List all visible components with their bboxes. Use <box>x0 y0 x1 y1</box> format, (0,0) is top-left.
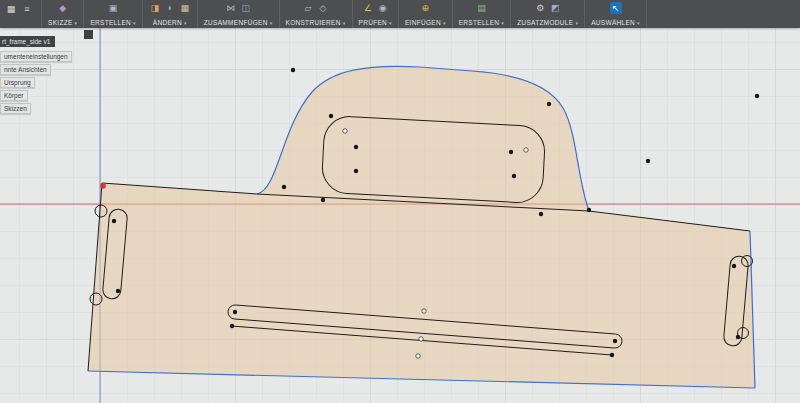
toolbar-group-2-andern: ◨◗▦ÄNDERN▾ <box>143 0 198 28</box>
joint-icon[interactable]: ◫ <box>240 2 252 14</box>
file-menu-icon[interactable]: ≡ <box>21 3 33 15</box>
chevron-down-icon: ▾ <box>184 20 187 26</box>
sketch-point[interactable] <box>291 68 295 72</box>
chevron-down-icon: ▾ <box>343 20 346 26</box>
origin-point[interactable] <box>100 183 106 189</box>
browser-items: umenteneinstellungennnte AnsichtenUrspru… <box>0 51 130 114</box>
chevron-down-icon: ▾ <box>270 20 273 26</box>
sketch-point[interactable] <box>613 339 617 343</box>
browser-item[interactable]: umenteneinstellungen <box>0 51 72 62</box>
panel-toggle-icon[interactable] <box>84 30 93 39</box>
sketch-point[interactable] <box>321 198 325 202</box>
toolbar-group-3-zusammenfugen: ⋈◫ZUSAMMENFÜGEN▾ <box>198 0 280 28</box>
pattern-icon[interactable]: ▦ <box>179 2 191 14</box>
insert-icon[interactable]: ⊕ <box>419 2 431 14</box>
sketch-point[interactable] <box>587 208 591 212</box>
sketch-point[interactable] <box>116 289 120 293</box>
chevron-down-icon: ▾ <box>637 20 640 26</box>
browser-item[interactable]: Ursprung <box>0 77 35 88</box>
toolbar-group-5-prufen: ∠◉PRÜFEN▾ <box>353 0 399 28</box>
create-sketch-icon[interactable]: ◆ <box>57 2 69 14</box>
scripts-addins-icon[interactable]: ⚙ <box>534 2 546 14</box>
toolbar-tab-zusatzmodule[interactable]: ZUSATZMODULE▾ <box>517 19 578 26</box>
toolbar-group-4-konstruieren: ▱◇KONSTRUIEREN▾ <box>280 0 353 28</box>
toolbar-tab-zusammenfugen[interactable]: ZUSAMMENFÜGEN▾ <box>204 19 273 26</box>
toolbar-tab-erstellen[interactable]: ERSTELLEN▾ <box>90 19 135 26</box>
toolbar-tab-konstruieren[interactable]: KONSTRUIEREN▾ <box>286 19 346 26</box>
toolbar-tab-erstellen[interactable]: ERSTELLEN▾ <box>459 19 504 26</box>
select-cursor-icon[interactable]: ↖ <box>610 2 622 14</box>
chevron-down-icon: ▾ <box>575 20 578 26</box>
sketch-point[interactable] <box>610 353 614 357</box>
document-tab[interactable]: rt_frame_side v1 <box>0 36 55 47</box>
chevron-down-icon: ▾ <box>389 20 392 26</box>
fillet-icon[interactable]: ◗ <box>164 2 176 14</box>
toolbar-groups: ◆SKIZZE▾▣ERSTELLEN▾◨◗▦ÄNDERN▾⋈◫ZUSAMMENF… <box>42 0 647 28</box>
sketch-point-open[interactable] <box>343 129 347 133</box>
sketch-point[interactable] <box>736 335 740 339</box>
data-panel-icon[interactable]: ▦ <box>5 3 17 15</box>
sketch-point[interactable] <box>233 310 237 314</box>
chevron-down-icon: ▾ <box>443 20 446 26</box>
toolbar-tab-andern[interactable]: ÄNDERN▾ <box>153 19 187 26</box>
browser-panel: rt_frame_side v1 umenteneinstellungennnt… <box>0 30 130 114</box>
combine-icon[interactable]: ⋈ <box>225 2 237 14</box>
sketch-point[interactable] <box>755 94 759 98</box>
toolbar-group-8-zusatzmodule: ⚙◩ZUSATZMODULE▾ <box>511 0 585 28</box>
sketch-point[interactable] <box>547 102 551 106</box>
toolbar-tab-prufen[interactable]: PRÜFEN▾ <box>359 19 392 26</box>
section-analysis-icon[interactable]: ◉ <box>377 2 389 14</box>
addin-icon[interactable]: ◩ <box>549 2 561 14</box>
browser-item[interactable]: Skizzen <box>0 103 31 114</box>
browser-item[interactable]: Körper <box>0 90 28 101</box>
sketch-point[interactable] <box>282 185 286 189</box>
toolbar-leading: ▦≡ <box>0 0 42 28</box>
toolbar-group-6-einfugen: ⊕EINFÜGEN▾ <box>399 0 453 28</box>
sketch-point-open[interactable] <box>524 148 528 152</box>
toolbar-tab-einfugen[interactable]: EINFÜGEN▾ <box>405 19 446 26</box>
sketch-point[interactable] <box>329 114 333 118</box>
toolbar: ▦≡ ◆SKIZZE▾▣ERSTELLEN▾◨◗▦ÄNDERN▾⋈◫ZUSAMM… <box>0 0 800 28</box>
press-pull-icon[interactable]: ◨ <box>149 2 161 14</box>
sketch-point[interactable] <box>539 212 543 216</box>
document-title: rt_frame_side v1 <box>2 38 50 45</box>
new-body-icon[interactable]: ▣ <box>107 2 119 14</box>
sketch-point[interactable] <box>646 159 650 163</box>
toolbar-group-1-erstellen: ▣ERSTELLEN▾ <box>84 0 142 28</box>
sketch-point[interactable] <box>732 264 736 268</box>
toolbar-group-9-auswahlen: ↖AUSWÄHLEN▾ <box>585 0 647 28</box>
construction-axis-icon[interactable]: ◇ <box>317 2 329 14</box>
chevron-down-icon: ▾ <box>133 20 136 26</box>
sketch-point[interactable] <box>230 324 234 328</box>
chevron-down-icon: ▾ <box>501 20 504 26</box>
toolbar-tab-auswahlen[interactable]: AUSWÄHLEN▾ <box>591 19 640 26</box>
toolbar-tab-skizze[interactable]: SKIZZE▾ <box>48 19 77 26</box>
drawing-icon[interactable]: ▤ <box>475 2 487 14</box>
toolbar-group-7-erstellen: ▤ERSTELLEN▾ <box>453 0 511 28</box>
toolbar-group-0-skizze: ◆SKIZZE▾ <box>42 0 84 28</box>
chevron-down-icon: ▾ <box>75 20 78 26</box>
sketch-point[interactable] <box>509 150 513 154</box>
sketch-point-open[interactable] <box>422 309 426 313</box>
construction-plane-icon[interactable]: ▱ <box>302 2 314 14</box>
sketch-point[interactable] <box>512 174 516 178</box>
sketch-point[interactable] <box>112 219 116 223</box>
sketch-point-open[interactable] <box>416 354 420 358</box>
sketch-point-open[interactable] <box>419 337 423 341</box>
browser-item[interactable]: nnte Ansichten <box>0 64 51 75</box>
sketch-point[interactable] <box>354 169 358 173</box>
measure-icon[interactable]: ∠ <box>362 2 374 14</box>
sketch-point[interactable] <box>354 145 358 149</box>
